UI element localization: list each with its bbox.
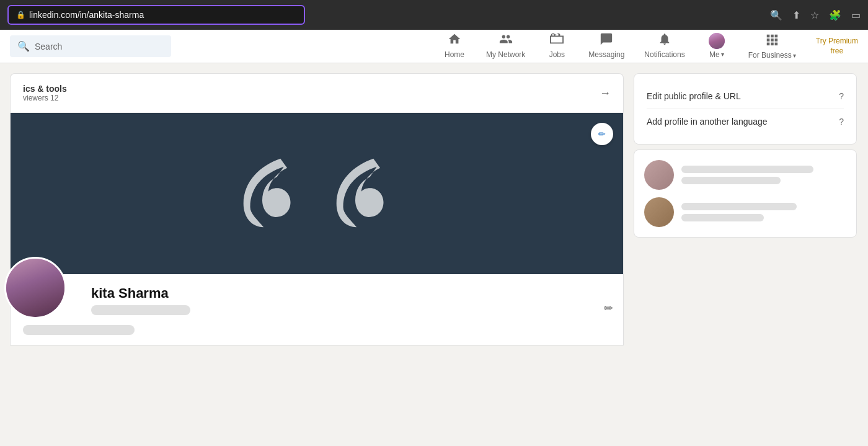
zoom-icon[interactable]: 🔍	[770, 9, 782, 21]
notifications-icon	[658, 32, 671, 49]
profile-name-section: kita Sharma	[91, 280, 190, 315]
home-label: Home	[445, 50, 464, 59]
search-container[interactable]: 🔍 Search	[10, 35, 171, 57]
suggested-people-card	[634, 149, 857, 238]
home-icon	[448, 32, 461, 49]
search-icon: 🔍	[17, 40, 30, 52]
edit-profile-help-icon[interactable]: ?	[839, 91, 844, 101]
profile-bottom-blurred	[11, 325, 623, 345]
for-business-label: For Business	[748, 51, 792, 60]
svg-rect-4	[771, 38, 774, 42]
svg-rect-0	[767, 35, 770, 38]
svg-rect-3	[767, 38, 770, 42]
add-language-item[interactable]: Add profile in another language ?	[647, 109, 844, 134]
nav-item-try-premium[interactable]: Try Premium free	[806, 30, 868, 63]
banner-edit-button[interactable]: ✏	[591, 123, 613, 145]
sidebar-icon[interactable]: ▭	[851, 9, 861, 21]
viewers-count: 12	[50, 94, 58, 102]
me-avatar	[709, 33, 725, 49]
suggested-avatar-2	[644, 197, 674, 227]
svg-rect-1	[771, 35, 774, 38]
profile-name: kita Sharma	[91, 285, 190, 301]
browser-toolbar: 🔍 ⬆ ☆ 🧩 ▭	[770, 9, 861, 21]
notifications-label: Notifications	[644, 50, 684, 59]
nav-item-jobs[interactable]: Jobs	[535, 30, 578, 63]
add-language-label[interactable]: Add profile in another language	[647, 117, 768, 127]
jobs-label: Jobs	[549, 50, 565, 59]
avatar-container	[4, 257, 66, 319]
url-text: linkedin.com/in/ankita-sharma	[29, 10, 296, 20]
analytics-viewers: viewers 12	[23, 94, 67, 102]
bookmark-icon[interactable]: ☆	[810, 9, 819, 21]
svg-rect-7	[771, 43, 774, 46]
svg-rect-5	[775, 38, 778, 42]
suggested-person-2[interactable]	[644, 197, 846, 227]
nav-item-home[interactable]: Home	[433, 30, 476, 63]
share-icon[interactable]: ⬆	[792, 9, 800, 21]
network-label: My Network	[486, 50, 525, 59]
suggested-avatar-1	[644, 160, 674, 190]
analytics-arrow-icon[interactable]: →	[600, 87, 611, 100]
blurred-title-2	[681, 214, 764, 221]
nav-item-notifications[interactable]: Notifications	[634, 30, 694, 63]
analytics-card: ics & tools viewers 12 →	[10, 73, 624, 113]
profile-blurred-info	[91, 305, 190, 315]
blurred-name-1	[681, 166, 813, 173]
right-column: Edit public profile & URL ? Add profile …	[634, 73, 857, 436]
suggested-person-1[interactable]	[644, 160, 846, 190]
svg-rect-6	[767, 43, 770, 46]
profile-avatar	[6, 259, 64, 317]
blurred-btn-1	[23, 325, 135, 335]
me-dropdown-arrow: ▾	[721, 51, 724, 58]
add-language-help-icon[interactable]: ?	[839, 117, 844, 127]
linkedin-nav: 🔍 Search Home My Network Jobs	[0, 30, 868, 63]
profile-pencil-icon: ✏	[604, 302, 613, 314]
me-label: Me	[709, 50, 720, 59]
banner-pencil-icon: ✏	[598, 129, 606, 139]
main-content: ics & tools viewers 12 →	[0, 63, 868, 446]
for-business-icon	[765, 33, 779, 50]
network-icon	[499, 32, 513, 49]
profile-url-card: Edit public profile & URL ? Add profile …	[634, 73, 857, 145]
quote-mark-left	[233, 153, 308, 234]
suggested-info-1	[681, 166, 846, 184]
profile-banner-card: ✏ kita Sharma ✏	[10, 113, 624, 346]
try-premium-label: Try Premium	[816, 37, 858, 47]
svg-rect-8	[775, 43, 778, 46]
banner-image: ✏	[11, 113, 623, 274]
blurred-title-1	[681, 177, 781, 184]
try-premium-sub: free	[831, 47, 844, 56]
search-input[interactable]: Search	[35, 42, 62, 51]
extension-icon[interactable]: 🧩	[829, 9, 841, 21]
analytics-text: ics & tools viewers 12	[23, 84, 67, 102]
edit-profile-url-item[interactable]: Edit public profile & URL ?	[647, 84, 844, 109]
suggested-info-2	[681, 203, 846, 221]
jobs-icon	[550, 32, 564, 49]
center-column: ics & tools viewers 12 →	[10, 73, 624, 436]
address-bar[interactable]: 🔒 linkedin.com/in/ankita-sharma	[7, 5, 305, 25]
nav-items: Home My Network Jobs Messaging	[433, 30, 868, 63]
nav-item-for-business[interactable]: For Business ▾	[738, 30, 806, 63]
profile-info-row: kita Sharma ✏	[11, 274, 623, 325]
browser-chrome: 🔒 linkedin.com/in/ankita-sharma 🔍 ⬆ ☆ 🧩 …	[0, 0, 868, 30]
blurred-name-2	[681, 203, 797, 210]
viewers-label: viewers	[23, 94, 48, 102]
edit-profile-url-label[interactable]: Edit public profile & URL	[647, 91, 741, 101]
nav-item-me[interactable]: Me ▾	[695, 30, 738, 63]
lock-icon: 🔒	[16, 11, 25, 19]
svg-rect-2	[775, 35, 778, 38]
for-business-dropdown-arrow: ▾	[793, 52, 796, 59]
analytics-title: ics & tools	[23, 84, 67, 94]
blurred-headline	[91, 305, 190, 315]
nav-item-messaging[interactable]: Messaging	[578, 30, 634, 63]
messaging-icon	[600, 32, 613, 49]
quote-mark-right	[326, 153, 401, 234]
profile-edit-button[interactable]: ✏	[604, 301, 613, 315]
messaging-label: Messaging	[588, 50, 624, 59]
banner-quote-decoration	[233, 153, 401, 234]
nav-item-my-network[interactable]: My Network	[476, 30, 535, 63]
